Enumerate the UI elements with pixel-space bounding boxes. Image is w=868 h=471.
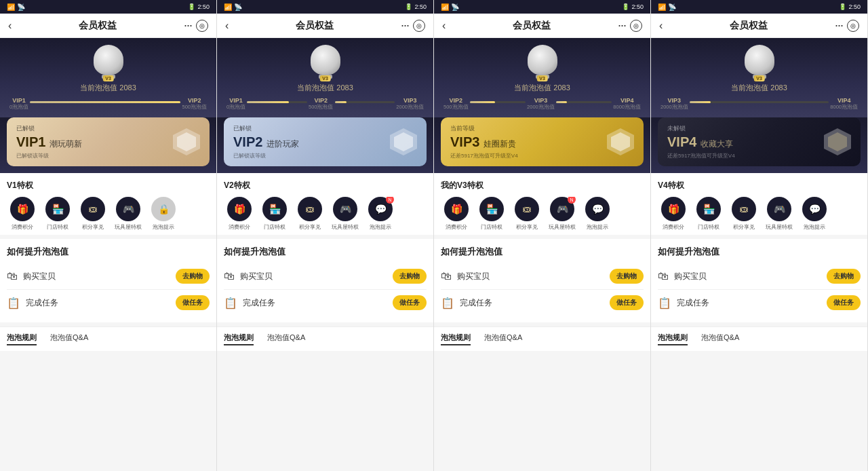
improve-item-0: 🛍 购买宝贝 去购物 — [224, 263, 427, 290]
priv-icon-circle: 🎟 — [81, 197, 105, 221]
status-bar: 📶 📡 🔋 2:50 — [434, 0, 650, 14]
priv-label: 门店特权 — [698, 223, 719, 231]
priv-item-4[interactable]: 🔒 泡泡提示 — [148, 197, 179, 231]
priv-label: 泡泡提示 — [370, 223, 391, 231]
priv-item-1[interactable]: 🏪 门店特权 — [42, 197, 73, 231]
footer-tabs: 泡泡规则泡泡值Q&A — [651, 326, 867, 351]
priv-icon: 🏪 — [703, 204, 715, 214]
priv-item-0[interactable]: 🎁 消费积分 — [441, 197, 472, 231]
priv-item-3[interactable]: 🎮 N 玩具屋特权 — [547, 197, 578, 231]
signal-icon: 📶 — [441, 3, 449, 11]
priv-item-3[interactable]: 🎮 玩具屋特权 — [113, 197, 144, 231]
priv-item-3[interactable]: 🎮 玩具屋特权 — [330, 197, 361, 231]
more-button[interactable]: ··· — [618, 18, 626, 33]
priv-item-2[interactable]: 🎟 积分享兑 — [77, 197, 108, 231]
improve-item-1: 📋 完成任务 做任务 — [441, 290, 644, 316]
priv-item-3[interactable]: 🎮 玩具屋特权 — [764, 197, 795, 231]
more-button[interactable]: ··· — [835, 18, 843, 33]
priv-icon: 💬 — [809, 204, 821, 214]
bulb-icon — [745, 45, 774, 75]
more-button[interactable]: ··· — [401, 18, 409, 33]
priv-badge: N — [568, 197, 576, 204]
vip-card[interactable]: 当前等级 VIP3 娃圈新贵 还差5917泡泡值可升级至V4 — [441, 117, 644, 166]
vip-badge-hero: V3 — [536, 75, 548, 81]
improve-title: 如何提升泡泡值 — [658, 246, 861, 258]
footer-tab-1[interactable]: 泡泡值Q&A — [701, 333, 739, 345]
priv-item-0[interactable]: 🎁 消费积分 — [7, 197, 38, 231]
vip-card-area: 未解锁 VIP4 收藏大享 还差5917泡泡值可升级至V4 — [651, 117, 867, 173]
improve-button-1[interactable]: 做任务 — [610, 295, 644, 310]
priv-icon: 🎟 — [522, 204, 532, 214]
time-display: 2:50 — [197, 3, 210, 10]
priv-item-2[interactable]: 🎟 积分享兑 — [294, 197, 326, 231]
priv-item-0[interactable]: 🎁 消费积分 — [658, 197, 689, 231]
status-left: 📶 📡 — [441, 3, 459, 11]
priv-label: 积分享兑 — [82, 223, 104, 231]
phone-panel-2: 📶 📡 🔋 2:50 ‹ 会员权益 ··· ◎ V3 当 — [217, 0, 434, 471]
back-button[interactable]: ‹ — [659, 20, 663, 32]
priv-item-1[interactable]: 🏪 门店特权 — [693, 197, 724, 231]
footer-tabs: 泡泡规则泡泡值Q&A — [434, 326, 650, 351]
priv-icon: 💬 — [375, 204, 387, 214]
priv-item-4[interactable]: 💬 N 泡泡提示 — [365, 197, 396, 231]
vip-card[interactable]: 已解锁 VIP1 潮玩萌新 已解锁该等级 — [7, 117, 210, 166]
back-button[interactable]: ‹ — [8, 20, 12, 32]
improve-icon: 🛍 — [224, 270, 235, 282]
hex-icon — [390, 128, 417, 155]
vip-card-sub: 已解锁该等级 — [16, 152, 82, 159]
improve-section: 如何提升泡泡值 🛍 购买宝贝 去购物 📋 完成任务 做任务 — [217, 239, 433, 322]
vip-card[interactable]: 未解锁 VIP4 收藏大享 还差5917泡泡值可升级至V4 — [658, 117, 861, 166]
target-icon[interactable]: ◎ — [630, 20, 642, 32]
footer-tab-0[interactable]: 泡泡规则 — [7, 333, 37, 345]
priv-item-4[interactable]: 💬 泡泡提示 — [799, 197, 830, 231]
improve-button-0[interactable]: 去购物 — [827, 269, 861, 284]
priv-icon-circle: 🎮 — [116, 197, 140, 221]
priv-icon-circle: 🎟 — [515, 197, 539, 221]
back-button[interactable]: ‹ — [225, 20, 229, 32]
priv-item-2[interactable]: 🎟 积分享兑 — [511, 197, 542, 231]
priv-item-1[interactable]: 🏪 门店特权 — [476, 197, 507, 231]
privilege-icons: 🎁 消费积分 🏪 门店特权 🎟 积分享兑 — [658, 197, 861, 231]
footer-tab-1[interactable]: 泡泡值Q&A — [50, 333, 88, 345]
progress-node-2: VIP3 2000泡泡值 — [396, 97, 424, 111]
hex-inner — [828, 132, 847, 151]
improve-button-0[interactable]: 去购物 — [393, 269, 427, 284]
more-button[interactable]: ··· — [184, 18, 192, 33]
priv-label: 门店特权 — [481, 223, 502, 231]
footer-tab-0[interactable]: 泡泡规则 — [224, 333, 254, 345]
improve-item-1: 📋 完成任务 做任务 — [224, 290, 427, 316]
vip-card[interactable]: 已解锁 VIP2 进阶玩家 已解锁该等级 — [224, 117, 427, 166]
footer-tab-0[interactable]: 泡泡规则 — [658, 333, 688, 345]
status-left: 📶 📡 — [7, 3, 25, 11]
target-icon[interactable]: ◎ — [196, 20, 208, 32]
improve-button-1[interactable]: 做任务 — [176, 295, 210, 310]
hex-icon — [173, 128, 200, 155]
back-button[interactable]: ‹ — [442, 20, 446, 32]
priv-item-4[interactable]: 💬 泡泡提示 — [582, 197, 613, 231]
priv-item-2[interactable]: 🎟 积分享兑 — [728, 197, 760, 231]
hero-section: V3 当前泡泡值 2083 VIP2 500泡泡值 VIP3 2000泡泡值 V… — [434, 38, 650, 117]
progress-node-1: VIP2 500泡泡值 — [182, 97, 207, 111]
vip-card-right — [173, 128, 200, 155]
improve-button-0[interactable]: 去购物 — [176, 269, 210, 284]
footer-tab-1[interactable]: 泡泡值Q&A — [267, 333, 305, 345]
improve-item-0: 🛍 购买宝贝 去购物 — [441, 263, 644, 290]
signal-icon: 📶 — [658, 3, 666, 11]
priv-icon-circle: 🏪 — [479, 197, 504, 221]
priv-item-1[interactable]: 🏪 门店特权 — [259, 197, 290, 231]
improve-button-1[interactable]: 做任务 — [827, 295, 861, 310]
improve-item-1: 📋 完成任务 做任务 — [658, 290, 861, 316]
footer-tab-1[interactable]: 泡泡值Q&A — [484, 333, 522, 345]
improve-button-1[interactable]: 做任务 — [393, 295, 427, 310]
target-icon[interactable]: ◎ — [413, 20, 425, 32]
nav-bar: ‹ 会员权益 ··· ◎ — [0, 14, 216, 38]
priv-item-0[interactable]: 🎁 消费积分 — [224, 197, 255, 231]
footer-tab-0[interactable]: 泡泡规则 — [441, 333, 471, 345]
vip-badge-hero: V3 — [102, 75, 114, 81]
nav-title: 会员权益 — [233, 20, 397, 32]
improve-icon: 📋 — [441, 297, 454, 309]
improve-button-0[interactable]: 去购物 — [610, 269, 644, 284]
status-bar: 📶 📡 🔋 2:50 — [217, 0, 433, 14]
target-icon[interactable]: ◎ — [847, 20, 859, 32]
bulb-icon — [528, 45, 557, 75]
